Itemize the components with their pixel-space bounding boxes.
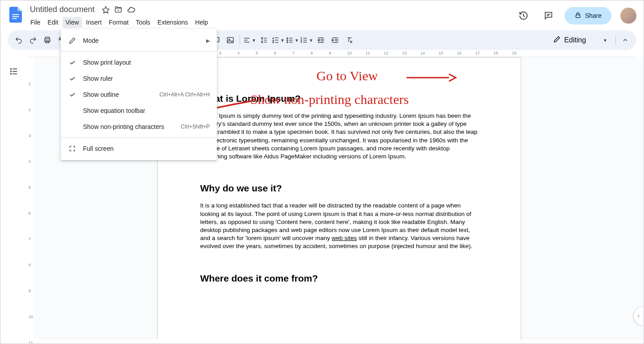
separator xyxy=(61,51,217,52)
move-icon[interactable] xyxy=(114,6,122,14)
heading-1[interactable]: What is Lorem Ipsum? xyxy=(200,93,478,104)
document-title[interactable]: Untitled document xyxy=(27,4,97,15)
vertical-ruler[interactable]: 1234567891011 xyxy=(27,57,34,340)
menu-item-shortcut: Ctrl+Alt+A Ctrl+Alt+H xyxy=(159,91,210,98)
menu-tools[interactable]: Tools xyxy=(133,17,154,28)
svg-point-47 xyxy=(11,69,12,70)
decrease-indent-button[interactable] xyxy=(314,33,328,47)
svg-rect-6 xyxy=(576,15,580,17)
menu-item-mode[interactable]: Mode ▶ xyxy=(61,33,217,49)
separator xyxy=(240,35,240,45)
chevron-right-icon: ▶ xyxy=(206,38,210,44)
collapse-toolbar-button[interactable] xyxy=(619,33,632,47)
menu-item-label: Show print layout xyxy=(83,59,210,66)
menu-item-show-outline[interactable]: Show outline Ctrl+Alt+A Ctrl+Alt+H xyxy=(61,87,217,103)
line-spacing-button[interactable] xyxy=(257,33,270,47)
history-icon[interactable] xyxy=(515,7,532,25)
menu-view[interactable]: View xyxy=(62,17,82,28)
menu-format[interactable]: Format xyxy=(106,17,132,28)
outline-toggle-button[interactable] xyxy=(6,63,22,79)
pencil-icon xyxy=(553,36,561,45)
print-button[interactable] xyxy=(41,33,54,47)
menu-item-label: Show outline xyxy=(83,91,153,98)
menu-bar: File Edit View Insert Format Tools Exten… xyxy=(27,17,515,28)
menu-item-show-nonprinting[interactable]: Show non-printing characters Ctrl+Shift+… xyxy=(61,119,217,135)
docs-logo[interactable] xyxy=(8,7,24,23)
editing-mode-button[interactable]: Editing ▼ xyxy=(548,33,613,47)
menu-item-full-screen[interactable]: Full screen xyxy=(61,141,217,157)
share-button[interactable]: Share xyxy=(565,7,611,25)
check-icon xyxy=(68,59,77,66)
lock-icon xyxy=(574,12,582,20)
menu-insert[interactable]: Insert xyxy=(83,17,105,28)
bulleted-list-button[interactable]: ▼ xyxy=(286,33,299,47)
svg-rect-16 xyxy=(227,37,233,43)
heading-3[interactable]: Where does it come from? xyxy=(200,273,478,284)
svg-point-49 xyxy=(11,71,12,72)
numbered-list-button[interactable]: 123▼ xyxy=(300,33,313,47)
menu-item-label: Show non-printing characters xyxy=(83,123,175,130)
check-icon xyxy=(68,91,77,98)
svg-point-51 xyxy=(11,74,12,75)
menu-help[interactable]: Help xyxy=(192,17,211,28)
menu-file[interactable]: File xyxy=(27,17,44,28)
menu-item-label: Mode xyxy=(83,37,200,44)
cloud-status-icon[interactable] xyxy=(127,5,136,14)
align-button[interactable]: ▼ xyxy=(243,33,256,47)
user-avatar[interactable] xyxy=(620,8,636,24)
star-icon[interactable] xyxy=(102,6,110,14)
separator xyxy=(615,35,616,45)
redo-button[interactable] xyxy=(26,33,40,47)
share-label: Share xyxy=(585,12,602,19)
svg-text:3: 3 xyxy=(301,41,302,43)
check-icon xyxy=(68,75,77,82)
svg-rect-0 xyxy=(12,14,19,15)
separator xyxy=(61,137,217,138)
menu-item-show-print-layout[interactable]: Show print layout xyxy=(61,54,217,70)
comments-icon[interactable] xyxy=(540,7,557,25)
pencil-icon xyxy=(68,37,77,44)
link-websites[interactable]: web sites xyxy=(332,235,357,241)
insert-image-button[interactable] xyxy=(224,33,237,47)
menu-item-label: Show ruler xyxy=(83,75,210,82)
svg-point-28 xyxy=(287,40,288,41)
svg-point-29 xyxy=(287,41,288,42)
menu-edit[interactable]: Edit xyxy=(45,17,62,28)
menu-item-label: Show equation toolbar xyxy=(83,107,210,114)
chevron-down-icon: ▼ xyxy=(603,38,607,43)
heading-2[interactable]: Why do we use it? xyxy=(200,183,478,194)
menu-item-label: Full screen xyxy=(83,145,210,152)
menu-extensions[interactable]: Extensions xyxy=(154,17,191,28)
menu-item-show-ruler[interactable]: Show ruler xyxy=(61,70,217,87)
svg-rect-2 xyxy=(12,18,17,19)
view-menu-dropdown: Mode ▶ Show print layout Show ruler Show… xyxy=(61,29,217,160)
menu-item-show-equation-toolbar[interactable]: Show equation toolbar xyxy=(61,103,217,119)
increase-indent-button[interactable] xyxy=(328,33,342,47)
paragraph-2[interactable]: It is a long established fact that a rea… xyxy=(200,202,478,250)
svg-rect-1 xyxy=(12,16,19,17)
checklist-button[interactable]: ▼ xyxy=(271,33,285,47)
clear-formatting-button[interactable] xyxy=(343,33,356,47)
paragraph-1[interactable]: Lorem Ipsum is simply dummy text of the … xyxy=(200,112,478,161)
undo-button[interactable] xyxy=(12,33,25,47)
svg-point-27 xyxy=(287,37,288,38)
fullscreen-icon xyxy=(68,145,77,152)
menu-item-shortcut: Ctrl+Shift+P xyxy=(181,124,210,130)
editing-mode-label: Editing xyxy=(564,36,586,44)
